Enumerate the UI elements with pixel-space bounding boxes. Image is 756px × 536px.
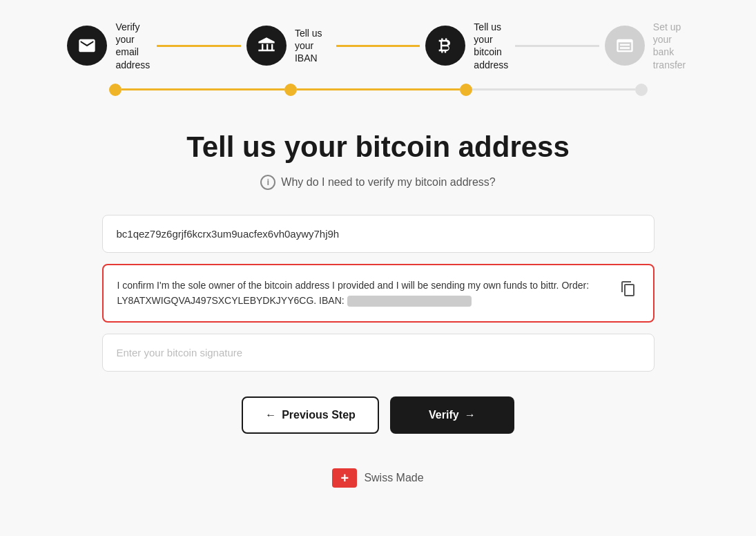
- previous-step-button[interactable]: ← Previous Step: [242, 396, 379, 434]
- line-1-2: [122, 88, 284, 90]
- info-link-text: Why do I need to verify my bitcoin addre…: [281, 176, 495, 189]
- step-icon-email: [67, 26, 107, 66]
- line-2-3: [297, 88, 460, 90]
- signature-input[interactable]: [102, 334, 655, 372]
- confirm-iban-value: [347, 296, 472, 307]
- confirm-iban-label: IBAN:: [319, 295, 345, 306]
- copy-button[interactable]: [617, 278, 639, 302]
- step-tell-bitcoin: Tell us your bitcoin address: [425, 21, 510, 71]
- swiss-flag: +: [332, 468, 357, 488]
- steps-row: Verify your email address Tell us your I…: [68, 21, 689, 71]
- progress-dots: [109, 84, 648, 96]
- prev-button-label: Previous Step: [282, 409, 356, 421]
- line-3-4: [472, 88, 635, 90]
- confirm-order-id: LY8ATXWIGQVAJ497SXCYLEBYDKJYY6CG.: [117, 295, 317, 306]
- swiss-cross: +: [341, 471, 349, 485]
- verify-arrow: →: [465, 409, 476, 421]
- connector-1-2: [157, 45, 241, 47]
- email-icon: [77, 36, 97, 55]
- verify-button-label: Verify: [429, 409, 459, 421]
- dot-1: [109, 84, 122, 96]
- progress-section: Verify your email address Tell us your I…: [0, 0, 756, 110]
- info-icon: i: [260, 175, 275, 190]
- bitcoin-address-input[interactable]: [102, 215, 655, 253]
- prev-arrow: ←: [265, 409, 276, 421]
- swiss-made-text: Swiss Made: [364, 472, 423, 484]
- confirm-box: I confirm I'm the sole owner of the bitc…: [102, 264, 655, 323]
- step-icon-bitcoin: [425, 26, 465, 66]
- swiss-footer: + Swiss Made: [332, 468, 423, 488]
- dot-3: [460, 84, 472, 96]
- bank-icon: [257, 36, 276, 55]
- step-label-bitcoin: Tell us your bitcoin address: [474, 21, 510, 71]
- bitcoin-icon: [436, 36, 455, 55]
- step-setup-transfer: Set up your bank transfer: [605, 21, 689, 71]
- step-tell-iban: Tell us your IBAN: [246, 26, 331, 66]
- step-label-email: Verify your email address: [115, 21, 151, 71]
- step-icon-bank: [246, 26, 287, 66]
- transfer-icon: [615, 36, 634, 55]
- main-content: Tell us your bitcoin address i Why do I …: [88, 110, 668, 501]
- page-title: Tell us your bitcoin address: [186, 131, 570, 164]
- copy-icon: [620, 280, 637, 297]
- confirm-text-prefix: I confirm I'm the sole owner of the bitc…: [117, 280, 590, 291]
- info-link[interactable]: i Why do I need to verify my bitcoin add…: [260, 175, 495, 190]
- buttons-row: ← Previous Step Verify →: [242, 396, 514, 434]
- step-label-transfer: Set up your bank transfer: [653, 21, 689, 71]
- connector-2-3: [336, 45, 420, 47]
- step-verify-email: Verify your email address: [67, 21, 151, 71]
- step-label-iban: Tell us your IBAN: [295, 27, 331, 65]
- dot-2: [284, 84, 297, 96]
- signature-group: [102, 334, 655, 372]
- connector-3-4: [515, 45, 599, 47]
- step-icon-transfer: [605, 26, 645, 66]
- dot-4: [635, 84, 648, 96]
- confirm-text: I confirm I'm the sole owner of the bitc…: [117, 278, 617, 309]
- verify-button[interactable]: Verify →: [390, 396, 514, 434]
- bitcoin-address-group: [102, 215, 655, 253]
